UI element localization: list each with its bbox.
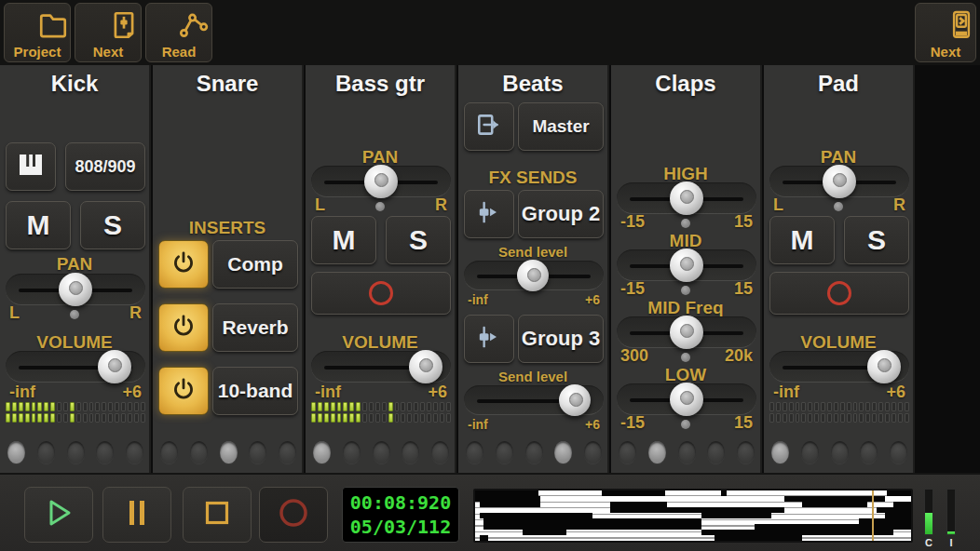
page-dot[interactable]	[373, 441, 390, 464]
page-dot[interactable]	[67, 441, 85, 464]
volume-knob[interactable]	[98, 350, 131, 383]
read-automation-button[interactable]: Read	[145, 3, 212, 62]
send-route-button[interactable]	[464, 190, 514, 238]
send-destination-button[interactable]: Group 3	[518, 315, 604, 363]
page-indicator[interactable]	[771, 441, 907, 464]
page-dot[interactable]	[126, 441, 143, 464]
page-dot[interactable]	[431, 441, 449, 464]
send-level-knob[interactable]	[517, 260, 549, 291]
volume-knob[interactable]	[409, 350, 442, 383]
page-dot[interactable]	[737, 441, 755, 464]
mute-button[interactable]: M	[6, 201, 71, 249]
record-button[interactable]	[259, 487, 328, 543]
next-page-button[interactable]: Next	[75, 3, 142, 62]
insert-name-button[interactable]: Comp	[212, 240, 298, 289]
page-dot[interactable]	[890, 441, 907, 464]
stop-button[interactable]	[183, 487, 252, 543]
page-dot[interactable]	[648, 441, 666, 464]
page-indicator[interactable]	[160, 441, 296, 464]
pan-slider[interactable]	[311, 166, 451, 197]
inserts-label: INSERTS	[153, 218, 302, 238]
stop-icon	[201, 497, 233, 532]
record-arm-button[interactable]	[769, 272, 909, 315]
volume-slider[interactable]	[311, 351, 451, 383]
page-dot[interactable]	[279, 441, 296, 464]
page-indicator[interactable]	[466, 441, 602, 464]
eq-low-slider[interactable]	[617, 383, 756, 415]
page-dot[interactable]	[190, 441, 208, 464]
volume-knob[interactable]	[867, 350, 901, 383]
play-button[interactable]	[24, 487, 93, 543]
pan-knob[interactable]	[59, 273, 92, 306]
page-dot[interactable]	[771, 441, 789, 464]
eq-low-knob[interactable]	[670, 383, 703, 416]
output-destination-button[interactable]: Master	[518, 102, 604, 151]
power-icon	[170, 375, 197, 407]
eq-midfreq-slider[interactable]	[617, 316, 756, 348]
solo-button[interactable]: S	[386, 216, 451, 264]
page-dot[interactable]	[37, 441, 55, 464]
page-dot[interactable]	[466, 441, 483, 464]
output-route-button[interactable]	[464, 102, 514, 151]
eq-midfreq-knob[interactable]	[670, 316, 703, 349]
insert-name-button[interactable]: 10-band	[212, 367, 298, 415]
send-level-knob[interactable]	[559, 384, 591, 416]
page-dot[interactable]	[343, 441, 361, 464]
solo-button[interactable]: S	[844, 216, 909, 264]
page-dot[interactable]	[313, 441, 331, 464]
send-level-slider[interactable]	[464, 261, 604, 290]
pan-knob[interactable]	[823, 165, 856, 198]
page-dot[interactable]	[402, 441, 419, 464]
page-dot[interactable]	[96, 441, 114, 464]
volume-min-label: -inf	[315, 383, 341, 402]
instrument-button[interactable]	[6, 142, 56, 191]
page-dot[interactable]	[554, 441, 572, 464]
page-dot[interactable]	[160, 441, 178, 464]
page-dot[interactable]	[584, 441, 602, 464]
pan-slider[interactable]	[6, 274, 145, 305]
page-dot[interactable]	[801, 441, 819, 464]
next-screen-button[interactable]: Next	[915, 3, 976, 62]
insert-power-button[interactable]	[158, 240, 209, 289]
pan-knob[interactable]	[364, 165, 398, 198]
piano-keys-icon	[17, 153, 45, 181]
eq-mid-knob[interactable]	[670, 249, 703, 282]
record-arm-button[interactable]	[311, 272, 451, 315]
solo-button[interactable]: S	[80, 201, 145, 249]
arrangement-overview[interactable]	[473, 489, 913, 543]
insert-name-button[interactable]: Reverb	[212, 303, 298, 352]
pan-slider[interactable]	[769, 166, 909, 197]
insert-power-button[interactable]	[158, 367, 209, 415]
send-level-label: Send level	[458, 244, 607, 260]
eq-mid-slider[interactable]	[617, 249, 756, 281]
mute-button[interactable]: M	[769, 216, 835, 264]
page-dot[interactable]	[831, 441, 849, 464]
pan-right-label: R	[893, 195, 905, 215]
page-dot[interactable]	[860, 441, 878, 464]
page-dot[interactable]	[7, 441, 25, 464]
instrument-preset-button[interactable]: 808/909	[65, 142, 145, 191]
send-level-slider[interactable]	[464, 385, 604, 415]
project-button[interactable]: Project	[4, 3, 71, 62]
volume-slider[interactable]	[6, 351, 145, 383]
insert-power-button[interactable]	[158, 303, 209, 352]
page-dot[interactable]	[220, 441, 238, 464]
page-dot[interactable]	[525, 441, 543, 464]
page-dot[interactable]	[619, 441, 636, 464]
mute-button[interactable]: M	[311, 216, 376, 264]
page-indicator[interactable]	[313, 441, 449, 464]
page-dot[interactable]	[496, 441, 513, 464]
eq-high-knob[interactable]	[670, 181, 703, 215]
page-dot[interactable]	[249, 441, 266, 464]
project-button-label: Project	[14, 45, 61, 59]
page-dot[interactable]	[678, 441, 696, 464]
pause-button[interactable]	[102, 487, 171, 543]
page-dot[interactable]	[707, 441, 725, 464]
volume-slider[interactable]	[769, 351, 909, 383]
next-page-button-label: Next	[93, 45, 124, 59]
page-indicator[interactable]	[619, 441, 755, 464]
send-route-button[interactable]	[464, 315, 514, 363]
eq-high-slider[interactable]	[617, 182, 756, 214]
page-indicator[interactable]	[7, 441, 143, 464]
send-destination-button[interactable]: Group 2	[518, 190, 604, 238]
